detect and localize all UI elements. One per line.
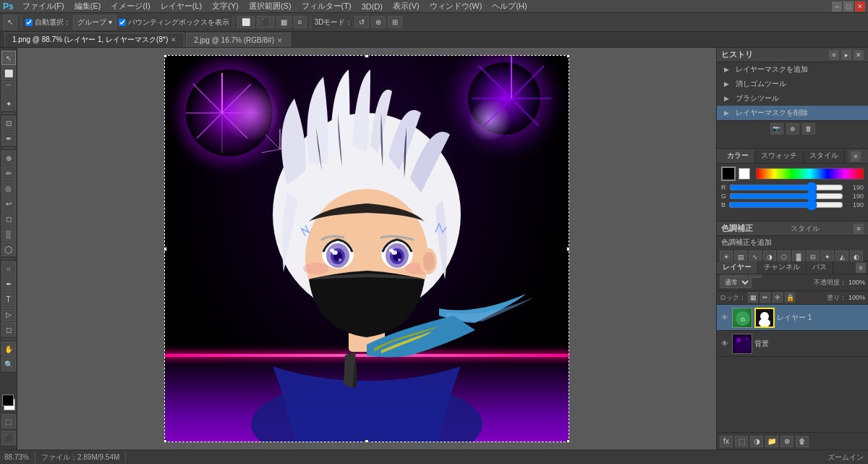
layer-item-0[interactable]: 👁 G レイヤー 1 [717, 305, 868, 331]
layer-fx-btn[interactable]: fx [720, 436, 733, 447]
crop-tool[interactable]: ⊡ [1, 116, 16, 130]
layer-delete-btn[interactable]: 🗑 [796, 436, 809, 447]
adjustments-menu-btn[interactable]: ≡ [854, 224, 864, 234]
history-item-2[interactable]: ▶ ブラシツール [717, 91, 868, 106]
lock-pixels-btn[interactable]: ✏ [760, 292, 770, 303]
channels-tab[interactable]: チャンネル [758, 261, 807, 274]
layer-mask-btn[interactable]: ⬚ [735, 436, 748, 447]
zoom-level: 88.73% [4, 453, 29, 461]
group-dropdown[interactable]: グループ ▾ [73, 15, 116, 30]
menu-item-edit[interactable]: 編集(E) [70, 0, 106, 12]
history-item-3[interactable]: ▶ レイヤーマスクを削除 [717, 106, 868, 120]
auto-select-label[interactable]: 自動選択： [25, 17, 71, 28]
path-select-tool[interactable]: ▷ [1, 307, 16, 321]
color-tab[interactable]: カラー [721, 150, 755, 163]
close-button[interactable]: ✕ [855, 1, 865, 12]
move-tool-options[interactable]: ↖ [3, 15, 17, 30]
menu-item-filter[interactable]: フィルター(T) [297, 0, 356, 12]
blue-slider[interactable] [728, 202, 843, 208]
foreground-color-box[interactable] [2, 395, 14, 406]
blur-tool[interactable]: ◯ [1, 242, 16, 256]
shape-tool[interactable]: ◻ [1, 322, 16, 337]
distribute-btn[interactable]: ≡ [294, 16, 307, 28]
layers-menu-btn[interactable]: ≡ [856, 263, 866, 273]
history-menu-btn[interactable]: ≡ [829, 50, 839, 60]
history-new-from-state-btn[interactable]: ⊕ [786, 123, 799, 135]
move-tool[interactable]: ↖ [1, 51, 16, 65]
hand-tool[interactable]: ✋ [1, 342, 16, 356]
quick-select-tool[interactable]: ✦ [1, 96, 16, 111]
blend-mode-select[interactable]: 通常 [720, 277, 752, 288]
layer-visibility-0[interactable]: 👁 [720, 313, 730, 323]
history-snapshot-btn[interactable]: 📷 [770, 123, 783, 135]
main-layout: ↖ ⬜ ⌒ ✦ ⊡ ✒ ⊕ ✏ ◎ ↩ ◻ ▒ ◯ ○ ✒ T ▷ ◻ ✋ 🔍 … [0, 48, 868, 450]
clone-stamp-tool[interactable]: ◎ [1, 181, 16, 195]
layers-tab[interactable]: レイヤー [717, 261, 758, 274]
history-close-btn[interactable]: ✕ [854, 50, 864, 60]
layer-new-btn[interactable]: ⊕ [780, 436, 793, 447]
show-transform-checkbox[interactable] [119, 19, 126, 26]
background-color-swatch[interactable] [739, 168, 750, 180]
brush-tool[interactable]: ✏ [1, 166, 16, 180]
green-slider[interactable] [729, 193, 843, 199]
menu-item-3d[interactable]: 3D(D) [357, 1, 387, 12]
auto-select-checkbox[interactable] [25, 19, 33, 26]
menu-item-image[interactable]: イメージ(I) [106, 0, 154, 12]
tab-1[interactable]: 1.png @ 88.7% (レイヤー 1, レイヤーマスク(8*) ✕ [4, 33, 184, 47]
menu-item-select[interactable]: 選択範囲(S) [244, 0, 296, 12]
lock-all-btn[interactable]: 🔒 [785, 292, 795, 303]
tab-close-1[interactable]: ✕ [171, 36, 176, 43]
history-expand-btn[interactable]: ▸ [841, 50, 851, 60]
minimize-button[interactable]: ─ [832, 1, 842, 12]
style-tab[interactable]: スタイル [804, 150, 845, 163]
layer-group-btn[interactable]: 📁 [765, 436, 778, 447]
menu-item-layer[interactable]: レイヤー(L) [156, 0, 206, 12]
paths-tab[interactable]: パス [807, 261, 833, 274]
tab-2[interactable]: 2.jpg @ 16.7% (RGB/8#) ✕ [186, 33, 291, 47]
history-item-0[interactable]: ▶ レイヤーマスクを追加 [717, 62, 868, 77]
color-spectrum-bar[interactable] [756, 168, 864, 180]
swatches-tab[interactable]: スウォッチ [755, 150, 804, 163]
3d-scale-btn[interactable]: ⊞ [388, 16, 402, 28]
screen-mode-toggle[interactable]: ⬛ [1, 431, 16, 445]
align-left-btn[interactable]: ⬜ [237, 16, 255, 28]
menu-bar: Ps ファイル(F) 編集(E) イメージ(I) レイヤー(L) 文字(Y) 選… [0, 0, 868, 13]
red-slider[interactable] [729, 185, 844, 190]
layer-adjustment-btn[interactable]: ◑ [750, 436, 763, 447]
layer-lock-row: ロック： ▦ ✏ ✛ 🔒 塗り： 100% [717, 291, 868, 305]
align-right-btn[interactable]: ▦ [276, 16, 292, 28]
layer-item-1[interactable]: 👁 背景 [717, 331, 868, 357]
pen-tool[interactable]: ✒ [1, 277, 16, 291]
gradient-tool[interactable]: ▒ [1, 227, 16, 241]
menu-item-file[interactable]: ファイル(F) [18, 0, 69, 12]
history-item-1[interactable]: ▶ 消しゴムツール [717, 77, 868, 91]
color-menu-btn[interactable]: ≡ [851, 151, 861, 161]
show-transform-label[interactable]: バウンティングボックスを表示 [119, 17, 229, 28]
3d-rotate-btn[interactable]: ↺ [354, 16, 369, 28]
menu-item-text[interactable]: 文字(Y) [208, 0, 243, 12]
history-brush-tool[interactable]: ↩ [1, 196, 16, 211]
zoom-tool[interactable]: 🔍 [1, 357, 16, 371]
align-center-btn[interactable]: ⬛ [257, 16, 274, 28]
menu-item-view[interactable]: 表示(V) [388, 0, 424, 12]
healing-brush-tool[interactable]: ⊕ [1, 151, 16, 165]
lock-transparent-btn[interactable]: ▦ [748, 292, 758, 303]
tab-close-2[interactable]: ✕ [277, 37, 283, 44]
lock-position-btn[interactable]: ✛ [773, 292, 783, 303]
eraser-tool[interactable]: ◻ [1, 211, 16, 226]
options-toolbar: ↖ 自動選択： グループ ▾ バウンティングボックスを表示 ⬜ ⬛ ▦ ≡ 3D… [0, 13, 868, 32]
menu-item-help[interactable]: ヘルプ(H) [488, 0, 531, 12]
menu-item-window[interactable]: ウィンドウ(W) [425, 0, 487, 12]
text-tool[interactable]: T [1, 292, 16, 306]
dodge-tool[interactable]: ○ [1, 261, 16, 276]
foreground-color-swatch[interactable] [721, 166, 736, 181]
maximize-button[interactable]: □ [843, 1, 854, 12]
history-delete-btn[interactable]: 🗑 [802, 123, 815, 135]
color-spectrum-container[interactable] [756, 168, 864, 180]
marquee-tool[interactable]: ⬜ [1, 66, 16, 80]
lasso-tool[interactable]: ⌒ [1, 81, 16, 96]
eyedropper-tool[interactable]: ✒ [1, 131, 16, 145]
layer-visibility-1[interactable]: 👁 [720, 339, 730, 349]
quick-mask-toggle[interactable]: ⬚ [1, 414, 16, 429]
3d-move-btn[interactable]: ⊕ [371, 16, 386, 28]
